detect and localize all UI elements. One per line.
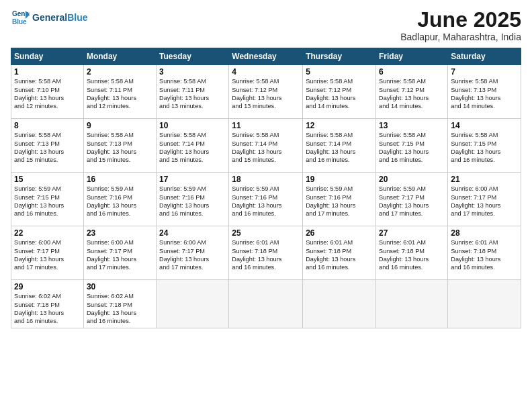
day-info: Sunrise: 5:59 AMSunset: 7:16 PMDaylight:… <box>159 185 226 218</box>
day-number: 14 <box>451 121 518 130</box>
day-number: 17 <box>159 175 226 184</box>
day-info: Sunrise: 5:58 AMSunset: 7:12 PMDaylight:… <box>379 77 445 111</box>
table-row: 25Sunrise: 6:01 AMSunset: 7:18 PMDayligh… <box>229 226 303 280</box>
day-info: Sunrise: 5:58 AMSunset: 7:13 PMDaylight:… <box>451 77 518 111</box>
day-number: 23 <box>87 228 153 238</box>
logo-icon: General Blue <box>11 8 30 27</box>
day-number: 22 <box>14 228 81 238</box>
day-info: Sunrise: 6:00 AMSunset: 7:17 PMDaylight:… <box>451 185 518 218</box>
header: General Blue GeneralBlue June 2025 Badla… <box>11 8 521 42</box>
table-row: 30Sunrise: 6:02 AMSunset: 7:18 PMDayligh… <box>83 280 156 328</box>
table-row: 6Sunrise: 5:58 AMSunset: 7:12 PMDaylight… <box>376 65 448 119</box>
day-info: Sunrise: 6:00 AMSunset: 7:17 PMDaylight:… <box>14 238 81 272</box>
table-row: 11Sunrise: 5:58 AMSunset: 7:14 PMDayligh… <box>229 119 303 173</box>
table-row: 23Sunrise: 6:00 AMSunset: 7:17 PMDayligh… <box>83 226 156 280</box>
day-number: 28 <box>451 228 518 238</box>
day-info: Sunrise: 5:58 AMSunset: 7:12 PMDaylight:… <box>306 77 373 111</box>
day-number: 11 <box>232 121 300 130</box>
day-info: Sunrise: 6:01 AMSunset: 7:18 PMDaylight:… <box>306 238 373 272</box>
day-info: Sunrise: 5:59 AMSunset: 7:16 PMDaylight:… <box>306 185 373 218</box>
col-thursday: Thursday <box>303 48 376 65</box>
table-row: 24Sunrise: 6:00 AMSunset: 7:17 PMDayligh… <box>157 226 229 280</box>
table-row: 3Sunrise: 5:58 AMSunset: 7:11 PMDaylight… <box>157 65 229 119</box>
day-info: Sunrise: 5:58 AMSunset: 7:15 PMDaylight:… <box>451 131 518 165</box>
table-row: 13Sunrise: 5:58 AMSunset: 7:15 PMDayligh… <box>376 119 448 173</box>
day-info: Sunrise: 5:58 AMSunset: 7:14 PMDaylight:… <box>159 131 226 165</box>
table-row: 1Sunrise: 5:58 AMSunset: 7:10 PMDaylight… <box>11 65 84 119</box>
logo: General Blue GeneralBlue <box>11 8 87 27</box>
day-number: 20 <box>379 175 445 184</box>
day-info: Sunrise: 6:01 AMSunset: 7:18 PMDaylight:… <box>451 238 518 272</box>
day-number: 10 <box>159 121 226 130</box>
table-row <box>376 280 448 328</box>
day-info: Sunrise: 5:58 AMSunset: 7:11 PMDaylight:… <box>159 77 226 111</box>
day-number: 3 <box>159 67 226 77</box>
day-info: Sunrise: 5:59 AMSunset: 7:16 PMDaylight:… <box>87 185 153 218</box>
day-info: Sunrise: 5:58 AMSunset: 7:13 PMDaylight:… <box>14 131 81 165</box>
table-row: 14Sunrise: 5:58 AMSunset: 7:15 PMDayligh… <box>448 119 521 173</box>
day-number: 2 <box>87 67 153 77</box>
table-row <box>157 280 229 328</box>
day-info: Sunrise: 6:00 AMSunset: 7:17 PMDaylight:… <box>87 238 153 272</box>
table-row: 19Sunrise: 5:59 AMSunset: 7:16 PMDayligh… <box>303 173 376 226</box>
table-row: 5Sunrise: 5:58 AMSunset: 7:12 PMDaylight… <box>303 65 376 119</box>
day-info: Sunrise: 5:58 AMSunset: 7:14 PMDaylight:… <box>232 131 300 165</box>
day-info: Sunrise: 5:59 AMSunset: 7:16 PMDaylight:… <box>232 185 300 218</box>
table-row: 28Sunrise: 6:01 AMSunset: 7:18 PMDayligh… <box>448 226 521 280</box>
table-row: 2Sunrise: 5:58 AMSunset: 7:11 PMDaylight… <box>83 65 156 119</box>
calendar-header-row: Sunday Monday Tuesday Wednesday Thursday… <box>11 48 521 65</box>
day-info: Sunrise: 5:58 AMSunset: 7:10 PMDaylight:… <box>14 77 81 111</box>
day-number: 12 <box>306 121 373 130</box>
table-row: 16Sunrise: 5:59 AMSunset: 7:16 PMDayligh… <box>83 173 156 226</box>
table-row: 12Sunrise: 5:58 AMSunset: 7:14 PMDayligh… <box>303 119 376 173</box>
day-number: 5 <box>306 67 373 77</box>
logo-blue: Blue <box>67 12 87 23</box>
day-info: Sunrise: 6:02 AMSunset: 7:18 PMDaylight:… <box>87 292 153 326</box>
table-row: 22Sunrise: 6:00 AMSunset: 7:17 PMDayligh… <box>11 226 84 280</box>
table-row <box>448 280 521 328</box>
logo-text: GeneralBlue <box>32 12 87 24</box>
day-info: Sunrise: 5:58 AMSunset: 7:13 PMDaylight:… <box>87 131 153 165</box>
day-number: 9 <box>87 121 153 130</box>
logo-general: General <box>32 12 67 23</box>
day-number: 15 <box>14 175 81 184</box>
svg-text:Blue: Blue <box>12 18 27 26</box>
calendar-table: Sunday Monday Tuesday Wednesday Thursday… <box>11 48 521 328</box>
col-friday: Friday <box>376 48 448 65</box>
day-info: Sunrise: 6:00 AMSunset: 7:17 PMDaylight:… <box>159 238 226 272</box>
day-info: Sunrise: 5:58 AMSunset: 7:14 PMDaylight:… <box>306 131 373 165</box>
day-number: 18 <box>232 175 300 184</box>
table-row: 26Sunrise: 6:01 AMSunset: 7:18 PMDayligh… <box>303 226 376 280</box>
day-number: 7 <box>451 67 518 77</box>
table-row: 8Sunrise: 5:58 AMSunset: 7:13 PMDaylight… <box>11 119 84 173</box>
col-saturday: Saturday <box>448 48 521 65</box>
table-row: 7Sunrise: 5:58 AMSunset: 7:13 PMDaylight… <box>448 65 521 119</box>
day-number: 29 <box>14 282 81 291</box>
col-monday: Monday <box>83 48 156 65</box>
table-row <box>303 280 376 328</box>
day-number: 30 <box>87 282 153 291</box>
day-number: 27 <box>379 228 445 238</box>
day-number: 4 <box>232 67 300 77</box>
table-row: 9Sunrise: 5:58 AMSunset: 7:13 PMDaylight… <box>83 119 156 173</box>
table-row: 4Sunrise: 5:58 AMSunset: 7:12 PMDaylight… <box>229 65 303 119</box>
day-number: 16 <box>87 175 153 184</box>
day-info: Sunrise: 5:58 AMSunset: 7:11 PMDaylight:… <box>87 77 153 111</box>
col-sunday: Sunday <box>11 48 84 65</box>
title-block: June 2025 Badlapur, Maharashtra, India <box>400 8 521 42</box>
day-info: Sunrise: 5:59 AMSunset: 7:17 PMDaylight:… <box>379 185 445 218</box>
day-number: 24 <box>159 228 226 238</box>
table-row: 20Sunrise: 5:59 AMSunset: 7:17 PMDayligh… <box>376 173 448 226</box>
month-title: June 2025 <box>400 8 521 32</box>
page: General Blue GeneralBlue June 2025 Badla… <box>0 0 532 411</box>
location: Badlapur, Maharashtra, India <box>400 32 521 42</box>
col-wednesday: Wednesday <box>229 48 303 65</box>
day-number: 21 <box>451 175 518 184</box>
col-tuesday: Tuesday <box>157 48 229 65</box>
day-info: Sunrise: 6:01 AMSunset: 7:18 PMDaylight:… <box>232 238 300 272</box>
table-row: 15Sunrise: 5:59 AMSunset: 7:15 PMDayligh… <box>11 173 84 226</box>
table-row: 10Sunrise: 5:58 AMSunset: 7:14 PMDayligh… <box>157 119 229 173</box>
day-info: Sunrise: 5:58 AMSunset: 7:12 PMDaylight:… <box>232 77 300 111</box>
table-row: 29Sunrise: 6:02 AMSunset: 7:18 PMDayligh… <box>11 280 84 328</box>
table-row: 17Sunrise: 5:59 AMSunset: 7:16 PMDayligh… <box>157 173 229 226</box>
